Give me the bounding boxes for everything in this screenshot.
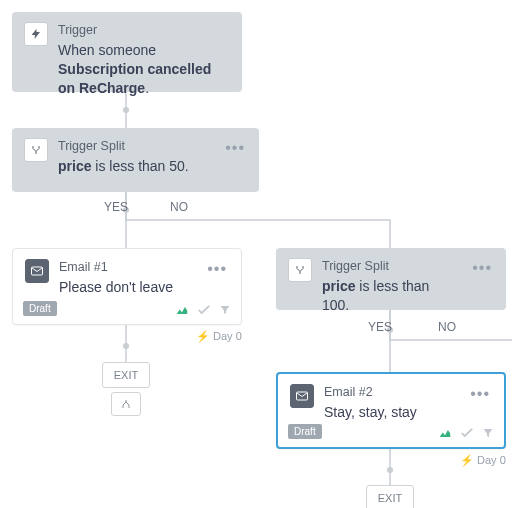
more-icon[interactable]: ••• xyxy=(223,138,247,158)
branch-no-1: NO xyxy=(170,200,188,214)
email-card-2[interactable]: Email #2 Stay, stay, stay ••• Draft xyxy=(276,372,506,449)
analytics-icon[interactable] xyxy=(175,304,189,316)
check-icon[interactable] xyxy=(197,304,211,316)
card-action-icons xyxy=(175,304,231,316)
filter-icon[interactable] xyxy=(482,427,494,439)
email-card-1[interactable]: Email #1 Please don't leave ••• Draft xyxy=(12,248,242,325)
card-action-icons xyxy=(438,427,494,439)
trigger-split-1[interactable]: Trigger Split price is less than 50. ••• xyxy=(12,128,259,192)
status-badge: Draft xyxy=(23,301,57,316)
exit-button-2[interactable]: EXIT xyxy=(366,485,414,508)
split2-cond: price is less than 100. xyxy=(322,277,460,315)
svg-point-7 xyxy=(123,343,129,349)
email2-subject: Stay, stay, stay xyxy=(324,403,458,422)
add-branch-button[interactable] xyxy=(111,392,141,416)
trigger-sub: When someone Subscription cancelled on R… xyxy=(58,41,230,98)
analytics-icon[interactable] xyxy=(438,427,452,439)
split1-title: Trigger Split xyxy=(58,138,213,155)
more-icon[interactable]: ••• xyxy=(468,384,492,404)
bolt-icon xyxy=(24,22,48,46)
trigger-title: Trigger xyxy=(58,22,230,39)
mail-icon xyxy=(25,259,49,283)
email1-subject: Please don't leave xyxy=(59,278,195,297)
branch-no-2: NO xyxy=(438,320,456,334)
trigger-split-2[interactable]: Trigger Split price is less than 100. ••… xyxy=(276,248,506,310)
flow-canvas: Trigger When someone Subscription cancel… xyxy=(0,0,512,508)
exit-button-1[interactable]: EXIT xyxy=(102,362,150,388)
filter-icon[interactable] xyxy=(219,304,231,316)
email1-title: Email #1 xyxy=(59,259,195,276)
branch-yes-1: YES xyxy=(104,200,128,214)
split-icon xyxy=(24,138,48,162)
mail-icon xyxy=(290,384,314,408)
trigger-card[interactable]: Trigger When someone Subscription cancel… xyxy=(12,12,242,92)
check-icon[interactable] xyxy=(460,427,474,439)
split2-title: Trigger Split xyxy=(322,258,460,275)
more-icon[interactable]: ••• xyxy=(470,258,494,278)
timing-email1: ⚡ Day 0 xyxy=(196,330,242,343)
svg-point-5 xyxy=(123,107,129,113)
svg-point-9 xyxy=(387,467,393,473)
more-icon[interactable]: ••• xyxy=(205,259,229,279)
timing-email2: ⚡ Day 0 xyxy=(460,454,506,467)
split-icon xyxy=(288,258,312,282)
email2-title: Email #2 xyxy=(324,384,458,401)
status-badge: Draft xyxy=(288,424,322,439)
split1-cond: price is less than 50. xyxy=(58,157,213,176)
branch-yes-2: YES xyxy=(368,320,392,334)
